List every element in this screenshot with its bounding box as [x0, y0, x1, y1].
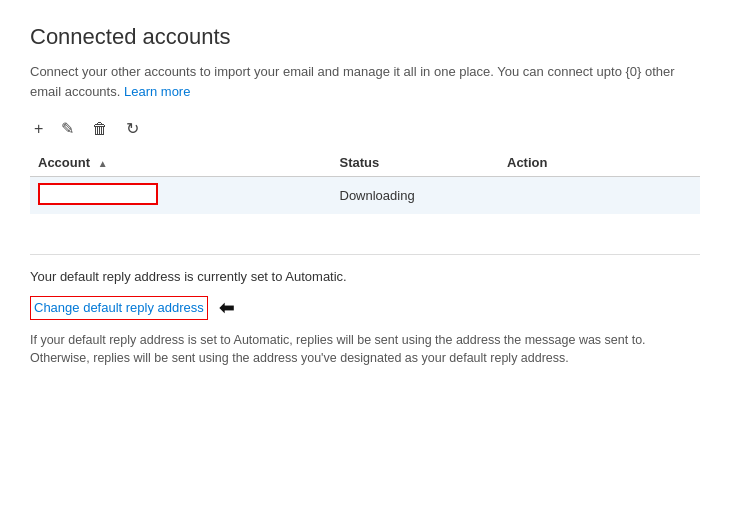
column-header-status: Status: [332, 149, 500, 177]
page-description: Connect your other accounts to import yo…: [30, 62, 700, 101]
change-reply-link[interactable]: Change default reply address: [30, 296, 208, 321]
status-cell: Downloading: [332, 177, 500, 215]
learn-more-link[interactable]: Learn more: [124, 84, 190, 99]
page-title: Connected accounts: [30, 24, 700, 50]
footer-section: Your default reply address is currently …: [30, 267, 700, 368]
account-cell[interactable]: [30, 177, 332, 215]
account-selected-box[interactable]: [38, 183, 158, 205]
table-row[interactable]: Downloading: [30, 177, 700, 215]
table-header-row: Account ▲ Status Action: [30, 149, 700, 177]
section-divider: [30, 254, 700, 255]
column-header-action: Action: [499, 149, 700, 177]
action-cell: [499, 177, 700, 215]
toolbar: + ✎ 🗑 ↻: [30, 119, 700, 143]
default-reply-text: Your default reply address is currently …: [30, 267, 700, 288]
add-button[interactable]: +: [30, 119, 47, 139]
accounts-table: Account ▲ Status Action Downloading: [30, 149, 700, 214]
refresh-button[interactable]: ↻: [122, 119, 143, 139]
arrow-indicator-icon: ⬅: [219, 294, 234, 323]
edit-button[interactable]: ✎: [57, 119, 78, 139]
sort-arrow-icon: ▲: [98, 158, 108, 169]
delete-button[interactable]: 🗑: [88, 119, 112, 139]
footer-note: If your default reply address is set to …: [30, 331, 700, 369]
column-header-account: Account ▲: [30, 149, 332, 177]
